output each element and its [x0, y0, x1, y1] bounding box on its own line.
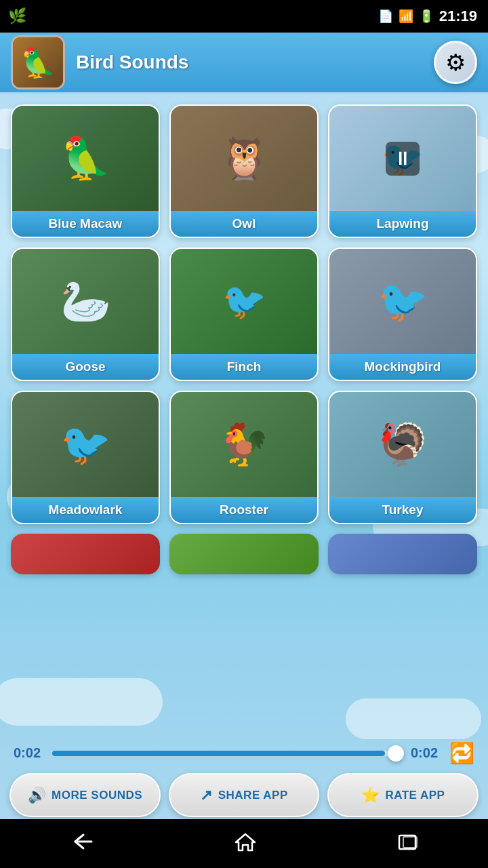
rate-app-label: RATE APP	[385, 789, 445, 802]
more-sounds-button[interactable]: 🔊 MORE SOUNDS	[9, 773, 161, 817]
player-bar: 0:02 0:02 🔁	[0, 733, 488, 773]
partial-card-2-inner	[169, 534, 319, 574]
app-header: 🦜 Bird Sounds ⚙	[0, 33, 488, 94]
bird-image-goose: 🦢	[12, 249, 159, 354]
bottom-buttons: 🔊 MORE SOUNDS ↗ SHARE APP ⭐ RATE APP	[0, 773, 488, 817]
file-icon: 📄	[378, 9, 393, 24]
svg-marker-1	[236, 834, 255, 850]
progress-track[interactable]	[52, 751, 403, 756]
bird-card-owl[interactable]: 🦉 Owl	[169, 104, 319, 238]
bird-placeholder-finch: 🐦	[171, 249, 317, 354]
bird-label-finch: Finch	[171, 354, 317, 380]
speaker-icon: 🔊	[28, 787, 47, 804]
partial-card-1-inner	[11, 534, 160, 574]
signal-icon: 📶	[399, 9, 413, 24]
bird-placeholder-owl: 🦉	[171, 106, 317, 211]
app-title: Bird Sounds	[76, 52, 434, 73]
rate-app-button[interactable]: ⭐ RATE APP	[327, 773, 479, 817]
progress-fill	[52, 751, 385, 756]
bird-label-turkey: Turkey	[329, 497, 476, 523]
more-sounds-label: MORE SOUNDS	[52, 789, 142, 802]
home-icon	[233, 831, 258, 853]
pause-overlay: ⏸	[386, 142, 420, 176]
nav-home-button[interactable]	[233, 831, 258, 856]
recent-icon	[396, 833, 418, 852]
partial-card-3[interactable]	[328, 534, 477, 574]
back-icon	[70, 832, 94, 851]
partial-card-1[interactable]	[11, 534, 160, 574]
bird-image-turkey: 🦃	[329, 392, 476, 497]
bird-image-owl: 🦉	[171, 106, 317, 211]
bird-label-lapwing: Lapwing	[329, 211, 476, 237]
bird-card-turkey[interactable]: 🦃 Turkey	[328, 391, 477, 524]
share-app-button[interactable]: ↗ SHARE APP	[169, 773, 320, 817]
bird-image-blue-macaw: 🦜	[12, 106, 159, 211]
pause-icon: ⏸	[393, 147, 412, 170]
bird-label-mockingbird: Mockingbird	[329, 354, 476, 380]
bird-placeholder-rooster: 🐓	[171, 392, 317, 497]
status-time: 21:19	[439, 7, 477, 25]
nav-recent-button[interactable]	[396, 833, 418, 854]
bird-card-meadowlark[interactable]: 🐦 Meadowlark	[11, 391, 160, 524]
bird-placeholder-turkey: 🦃	[329, 392, 476, 497]
status-bar-left-icon: 🌿	[8, 7, 26, 25]
main-content: 🦜 Blue Macaw 🦉 Owl 🐦 ⏸ Lapwing 🦢	[0, 94, 488, 719]
bird-card-blue-macaw[interactable]: 🦜 Blue Macaw	[11, 104, 160, 238]
bird-card-finch[interactable]: 🐦 Finch	[169, 248, 319, 381]
star-icon: ⭐	[361, 787, 380, 804]
bird-label-meadowlark: Meadowlark	[12, 497, 159, 523]
partial-card-3-inner	[328, 534, 477, 574]
nav-back-button[interactable]	[70, 832, 94, 856]
bird-placeholder-goose: 🦢	[12, 249, 159, 354]
share-icon: ↗	[200, 787, 213, 804]
bird-image-mockingbird: 🐦	[329, 249, 476, 354]
bird-placeholder-meadowlark: 🐦	[12, 392, 159, 497]
app-icon: 🦜	[11, 35, 65, 90]
total-time: 0:02	[411, 745, 441, 761]
bird-image-meadowlark: 🐦	[12, 392, 159, 497]
bird-image-rooster: 🐓	[171, 392, 317, 497]
bird-placeholder-mockingbird: 🐦	[329, 249, 476, 354]
settings-button[interactable]: ⚙	[434, 41, 477, 84]
gear-icon: ⚙	[445, 49, 466, 76]
bird-label-goose: Goose	[12, 354, 159, 380]
bird-image-finch: 🐦	[171, 249, 317, 354]
progress-thumb	[388, 745, 404, 762]
bird-image-lapwing: 🐦 ⏸	[329, 106, 476, 211]
bird-label-blue-macaw: Blue Macaw	[12, 211, 159, 237]
bird-grid: 🦜 Blue Macaw 🦉 Owl 🐦 ⏸ Lapwing 🦢	[11, 104, 477, 524]
bird-card-lapwing[interactable]: 🐦 ⏸ Lapwing	[328, 104, 477, 238]
nav-bar	[0, 819, 488, 868]
status-bar: 🌿 📄 📶 🔋 21:19	[0, 0, 488, 33]
repeat-button[interactable]: 🔁	[449, 741, 474, 765]
share-app-label: SHARE APP	[218, 789, 288, 802]
bird-placeholder-blue-macaw: 🦜	[12, 106, 159, 211]
status-icons: 📄 📶 🔋 21:19	[378, 7, 477, 25]
bird-card-goose[interactable]: 🦢 Goose	[11, 248, 160, 381]
bird-label-owl: Owl	[171, 211, 317, 237]
partial-row	[11, 534, 477, 574]
current-time: 0:02	[14, 745, 44, 761]
bird-label-rooster: Rooster	[171, 497, 317, 523]
bird-card-mockingbird[interactable]: 🐦 Mockingbird	[328, 248, 477, 381]
battery-icon: 🔋	[419, 9, 434, 24]
bird-card-rooster[interactable]: 🐓 Rooster	[169, 391, 319, 524]
partial-card-2[interactable]	[169, 534, 319, 574]
